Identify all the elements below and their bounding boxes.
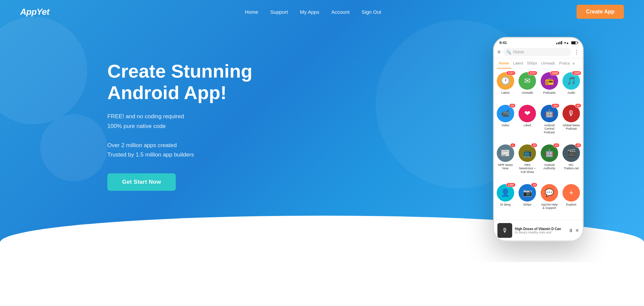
phone-search[interactable]: 🔍 Home (503, 48, 571, 56)
app-label: Liked (524, 124, 531, 127)
media-player: 🎙 High Doses of Vitamin D Can Dr Berg's … (494, 220, 583, 241)
player-title: High Doses of Vitamin D Can (515, 227, 566, 231)
app-label: Video (501, 124, 509, 127)
phone-tabs: Home Latest 500px Unreads Podca + (494, 58, 583, 69)
app-icon: ❤ (519, 105, 536, 122)
signal-icon (556, 41, 562, 44)
hero-section: Create Stunning Android App! FREE! and n… (0, 0, 644, 262)
tab-home[interactable]: Home (497, 58, 511, 69)
app-badge: 1698 (550, 71, 559, 75)
list-item[interactable]: 100🤖Android Central Podcast (540, 105, 559, 141)
phone-frame: 9:41 ▾▲ (493, 37, 584, 242)
nav-support[interactable]: Support (270, 9, 288, 15)
list-item[interactable]: 25📺PBS NewsHour – Full Show (518, 144, 537, 181)
app-label: 500px (523, 203, 532, 207)
app-badge: 10 (531, 183, 537, 187)
app-label: HD-Trailers.net (562, 163, 580, 171)
more-icon[interactable]: ⋮ (574, 49, 579, 55)
battery-icon (571, 41, 577, 44)
app-label: Audio (568, 91, 575, 95)
list-item[interactable]: 1717🕐Latest (496, 72, 515, 101)
search-text: Home (513, 50, 524, 54)
list-item[interactable]: 10🤖Android Authority (540, 144, 559, 181)
phone-status-bar: 9:41 ▾▲ (494, 38, 583, 46)
logo: AppYet (20, 7, 49, 17)
nav-signout[interactable]: Sign Out (362, 9, 381, 15)
status-right: ▾▲ (556, 41, 577, 45)
phone-time: 9:41 (499, 41, 507, 45)
list-item[interactable]: 92🎙Global News Podcast (562, 105, 581, 141)
app-label: Android Authority (540, 163, 558, 171)
app-badge: 1717 (506, 71, 516, 75)
app-label: PBS NewsHour – Full Show (518, 163, 536, 174)
list-item[interactable]: 1490👤Dr Berg (496, 184, 515, 217)
list-item[interactable]: +Explore (562, 184, 581, 217)
search-icon: 🔍 (506, 50, 511, 54)
tab-unreads[interactable]: Unreads (539, 58, 557, 69)
player-pause-button[interactable]: ⏸ (569, 228, 573, 233)
app-badge: 25 (531, 143, 537, 147)
menu-icon[interactable]: ≡ (497, 49, 500, 55)
app-badge: 25 (575, 143, 581, 147)
app-label: AppYet Help & Support (540, 203, 558, 210)
app-badge: 100 (551, 103, 559, 108)
player-subtitle: Dr Berg's Healthy Keto and (515, 231, 566, 234)
list-item[interactable]: 1📰NPR News Now (496, 144, 515, 181)
app-badge: 29 (509, 103, 516, 108)
app-icon: 💬 (541, 184, 558, 202)
hero-subtitle: FREE! and no coding required 100% pure n… (107, 112, 252, 131)
tab-latest[interactable]: Latest (511, 58, 525, 69)
player-thumbnail: 🎙 (497, 223, 512, 238)
hero-content: Create Stunning Android App! FREE! and n… (0, 0, 644, 242)
app-label: Dr Berg (500, 203, 511, 207)
nav-links: Home Support My Apps Account Sign Out (245, 9, 381, 15)
tab-500px[interactable]: 500px (525, 58, 539, 69)
app-label: Unreads (522, 91, 533, 95)
app-label: Explore (566, 203, 577, 207)
list-item[interactable]: 1717✉Unreads (518, 72, 537, 101)
app-badge: 1490 (506, 183, 516, 187)
list-item[interactable]: ❤Liked (518, 105, 537, 141)
list-item[interactable]: 29📹Video (496, 105, 515, 141)
hero-headline: Create Stunning Android App! (107, 60, 252, 104)
create-app-button[interactable]: Create App (577, 5, 624, 19)
list-item[interactable]: 1698📻Podcasts (540, 72, 559, 101)
list-item[interactable]: 1669🎵Audio (562, 72, 581, 101)
app-grid: 1717🕐Latest1717✉Unreads1698📻Podcasts1669… (494, 69, 583, 220)
hero-stats: Over 2 million apps created Trusted by 1… (107, 141, 252, 160)
app-label: NPR News Now (496, 163, 515, 171)
app-label: Latest (501, 91, 509, 95)
app-badge: 1 (510, 143, 516, 147)
app-badge: 1717 (528, 71, 537, 75)
nav-account[interactable]: Account (331, 9, 350, 15)
get-start-button[interactable]: Get Start Now (107, 173, 176, 191)
player-close-button[interactable]: ✕ (575, 228, 579, 233)
hero-text: Create Stunning Android App! FREE! and n… (107, 47, 252, 191)
phone-mockup: 9:41 ▾▲ (493, 37, 584, 242)
player-controls: ⏸ ✕ (569, 228, 579, 233)
nav-myapps[interactable]: My Apps (300, 9, 319, 15)
tab-podca[interactable]: Podca (557, 58, 572, 69)
nav-home[interactable]: Home (245, 9, 258, 15)
phone-toolbar: ≡ 🔍 Home ⋮ (494, 46, 583, 58)
list-item[interactable]: 💬AppYet Help & Support (540, 184, 559, 217)
app-label: Global News Podcast (562, 124, 580, 131)
app-badge: 1669 (572, 71, 581, 75)
app-icon: + (562, 184, 580, 202)
app-badge: 10 (553, 143, 559, 147)
list-item[interactable]: 25🎬HD-Trailers.net (562, 144, 581, 181)
player-thumb-icon: 🎙 (502, 227, 508, 234)
player-info: High Doses of Vitamin D Can Dr Berg's He… (515, 227, 566, 234)
navbar: AppYet Home Support My Apps Account Sign… (0, 0, 644, 24)
wifi-icon: ▾▲ (564, 41, 569, 45)
tab-add[interactable]: + (572, 61, 575, 66)
app-badge: 92 (575, 103, 581, 108)
list-item[interactable]: 10📷500px (518, 184, 537, 217)
app-label: Android Central Podcast (540, 124, 558, 134)
app-label: Podcasts (543, 91, 555, 95)
